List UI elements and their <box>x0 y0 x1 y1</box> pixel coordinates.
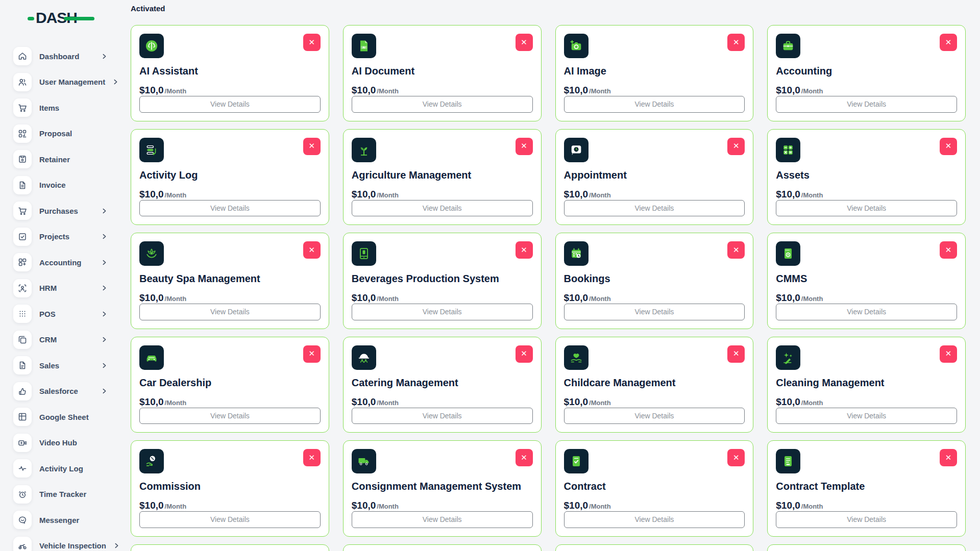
hrm-icon <box>13 279 32 297</box>
price: $10,0/Month <box>776 396 957 408</box>
sidebar-item-crm[interactable]: CRM <box>0 327 131 353</box>
sidebar-item-dashboard[interactable]: Dashboard <box>0 43 131 69</box>
close-icon[interactable]: ✕ <box>940 138 957 155</box>
card-ai-assistant: ✕AI Assistant$10,0/MonthView Details <box>131 25 329 121</box>
view-details-button[interactable]: View Details <box>352 96 533 113</box>
view-details-button[interactable]: View Details <box>564 96 745 113</box>
view-details-button[interactable]: View Details <box>564 304 745 320</box>
close-icon[interactable]: ✕ <box>940 345 957 363</box>
sidebar-item-user-management[interactable]: User Management <box>0 69 131 95</box>
price-amount: $10,0 <box>776 85 800 96</box>
video-hub-icon <box>13 434 32 452</box>
view-details-button[interactable]: View Details <box>564 511 745 528</box>
close-icon[interactable]: ✕ <box>516 345 533 363</box>
price-amount: $10,0 <box>564 189 589 200</box>
view-details-button[interactable]: View Details <box>564 408 745 424</box>
close-icon[interactable]: ✕ <box>303 138 321 155</box>
cart-icon <box>13 98 32 117</box>
sidebar: DASH DashboardUser ManagementItemsPropos… <box>0 0 131 551</box>
sidebar-item-label: Video Hub <box>39 438 77 447</box>
card-partial: ✕ <box>767 544 966 551</box>
sidebar-item-pos[interactable]: POS <box>0 301 131 327</box>
logo-bar-icon <box>64 17 94 20</box>
price: $10,0/Month <box>564 500 745 511</box>
close-icon[interactable]: ✕ <box>940 449 957 466</box>
sidebar-item-activity-log[interactable]: Activity Log <box>0 456 131 482</box>
sidebar-item-projects[interactable]: Projects <box>0 224 131 250</box>
sidebar-item-label: Proposal <box>39 129 72 138</box>
camera-plus-icon <box>564 34 589 58</box>
close-icon[interactable]: ✕ <box>727 34 745 51</box>
sidebar-item-time-tracker[interactable]: Time Tracker <box>0 482 131 508</box>
sidebar-item-hrm[interactable]: HRM <box>0 276 131 302</box>
addons-grid: ✕AI Assistant$10,0/MonthView DetailsAI✕A… <box>131 25 966 551</box>
card-contract: ✕Contract$10,0/MonthView Details <box>555 440 754 537</box>
close-icon[interactable]: ✕ <box>303 241 321 259</box>
close-icon[interactable]: ✕ <box>940 241 957 259</box>
close-icon[interactable]: ✕ <box>727 345 745 363</box>
view-details-button[interactable]: View Details <box>352 408 533 424</box>
view-details-button[interactable]: View Details <box>776 96 957 113</box>
view-details-button[interactable]: View Details <box>352 200 533 217</box>
close-icon[interactable]: ✕ <box>727 241 745 259</box>
close-icon[interactable]: ✕ <box>940 34 957 51</box>
card-commission: ✕Commission$10,0/MonthView Details <box>131 440 329 537</box>
price: $10,0/Month <box>139 292 321 304</box>
price: $10,0/Month <box>139 396 321 408</box>
sidebar-item-salesforce[interactable]: Salesforce <box>0 379 131 405</box>
view-details-button[interactable]: View Details <box>139 304 321 320</box>
view-details-button[interactable]: View Details <box>139 511 321 528</box>
close-icon[interactable]: ✕ <box>516 449 533 466</box>
chevron-right-icon <box>102 363 107 368</box>
view-details-button[interactable]: View Details <box>776 304 957 320</box>
sidebar-item-video-hub[interactable]: Video Hub <box>0 430 131 456</box>
sidebar-item-vehicle-inspection[interactable]: Vehicle Inspection <box>0 533 131 551</box>
price: $10,0/Month <box>352 500 533 511</box>
close-icon[interactable]: ✕ <box>516 138 533 155</box>
close-icon[interactable]: ✕ <box>303 34 321 51</box>
doc-check-icon <box>564 449 589 473</box>
card-title: Consignment Management System <box>352 481 533 492</box>
sidebar-item-google-sheet[interactable]: Google Sheet <box>0 404 131 430</box>
view-details-button[interactable]: View Details <box>776 408 957 424</box>
card-title: AI Assistant <box>139 65 321 77</box>
view-details-button[interactable]: View Details <box>564 200 745 217</box>
price-period: /Month <box>801 399 823 407</box>
price-amount: $10,0 <box>776 396 800 408</box>
sidebar-item-purchases[interactable]: Purchases <box>0 198 131 224</box>
close-icon[interactable]: ✕ <box>303 345 321 363</box>
view-details-button[interactable]: View Details <box>139 408 321 424</box>
close-icon[interactable]: ✕ <box>516 241 533 259</box>
close-icon[interactable]: ✕ <box>727 138 745 155</box>
close-icon[interactable]: ✕ <box>516 34 533 51</box>
price-amount: $10,0 <box>564 396 589 408</box>
price-amount: $10,0 <box>564 292 589 304</box>
view-details-button[interactable]: View Details <box>352 511 533 528</box>
view-details-button[interactable]: View Details <box>776 200 957 217</box>
ai-file-icon: AI <box>352 34 376 58</box>
sidebar-item-accounting[interactable]: Accounting <box>0 249 131 276</box>
sidebar-item-label: Projects <box>39 232 69 241</box>
sidebar-item-proposal[interactable]: Proposal <box>0 121 131 147</box>
price-amount: $10,0 <box>352 500 376 511</box>
sidebar-item-label: Items <box>39 104 59 112</box>
view-details-button[interactable]: View Details <box>776 511 957 528</box>
view-details-button[interactable]: View Details <box>352 304 533 320</box>
sidebar-item-sales[interactable]: Sales <box>0 353 131 379</box>
price-amount: $10,0 <box>139 85 164 96</box>
card-partial: ✕ <box>343 544 542 551</box>
close-icon[interactable]: ✕ <box>303 449 321 466</box>
projects-icon <box>13 228 32 246</box>
cloche-icon <box>352 345 376 370</box>
price: $10,0/Month <box>139 85 321 96</box>
sidebar-item-messenger[interactable]: Messenger <box>0 507 131 533</box>
close-icon[interactable]: ✕ <box>727 449 745 466</box>
sidebar-item-items[interactable]: Items <box>0 95 131 121</box>
sidebar-item-retainer[interactable]: Retainer <box>0 146 131 172</box>
sidebar-item-invoice[interactable]: Invoice <box>0 172 131 198</box>
view-details-button[interactable]: View Details <box>139 96 321 113</box>
view-details-button[interactable]: View Details <box>139 200 321 217</box>
retainer-icon <box>13 150 32 168</box>
sidebar-item-label: Vehicle Inspection <box>39 541 106 550</box>
card-accounting: ✕Accounting$10,0/MonthView Details <box>767 25 966 121</box>
